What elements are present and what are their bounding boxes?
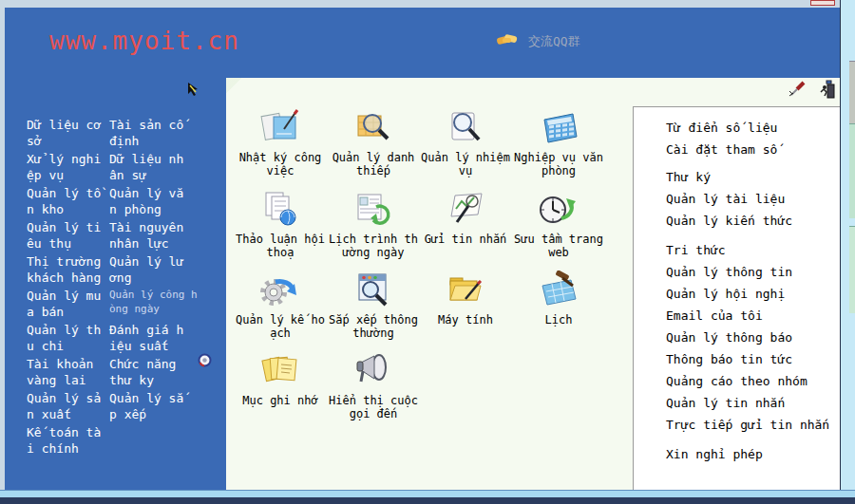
arrow-cursor-icon <box>186 82 201 101</box>
background-window-segment <box>849 123 855 218</box>
menu-item-tri-thuc[interactable]: Tri thức <box>666 243 840 265</box>
exit-door-icon[interactable] <box>819 80 836 103</box>
window-bottom-border <box>0 490 855 497</box>
sidebar-item-quan-ly-sap-xep[interactable]: Quản lý sắ p xếp <box>109 390 221 422</box>
journal-icon <box>234 104 327 148</box>
sidebar-item-tai-san-co-dinh[interactable]: Tài sản cố định <box>109 117 221 149</box>
screen-bottom-edge <box>0 497 855 504</box>
menu-item-truc-tiep-gui-tin-nhan[interactable]: Trực tiếp gửi tin nhắn <box>666 418 840 439</box>
content-panel: Nhật ký công việc Quản lý danh thiếp <box>226 78 840 491</box>
desktop-item-nghiep-vu-van-phong[interactable]: Nghiệp vụ văn phòng <box>512 104 605 177</box>
desktop-item-lich[interactable]: Lịch <box>512 267 605 327</box>
menu-group-knowledge: Tri thức Quản lý thông tin Quản lý hội n… <box>666 243 840 439</box>
desktop-item-quan-ly-danh-thiep[interactable]: Quản lý danh thiếp <box>327 104 420 177</box>
menu-group-secretary: Thư ký Quản lý tài liệu Quản lý kiến thứ… <box>666 170 840 235</box>
sidebar-column-1: Dữ liệu cơ sở Xử lý nghi ệp vụ Quản lý t… <box>27 117 110 458</box>
menu-group-leave: Xin nghỉ phép <box>666 447 840 469</box>
discussion-icon <box>234 186 327 230</box>
desktop-item-quan-ly-ke-hoach[interactable]: Quản lý kế ho ạch <box>234 267 327 340</box>
sidebar-item-quan-ly-van-phong[interactable]: Quản lý vă n phòng <box>109 185 221 217</box>
menu-item-xin-nghi-phep[interactable]: Xin nghỉ phép <box>666 447 840 469</box>
sidebar-item-du-lieu-co-so[interactable]: Dữ liệu cơ sở <box>27 117 110 149</box>
send-message-icon <box>419 186 512 230</box>
desktop-item-quan-ly-nhiem-vu[interactable]: Quản lý nhiệm vụ <box>419 104 512 177</box>
menu-item-thong-bao-tin-tuc[interactable]: Thông báo tin tức <box>666 352 840 374</box>
calculator-icon <box>512 104 605 148</box>
desktop-item-thao-luan-hoi-thoa[interactable]: Thảo luận hội thoạ <box>234 186 327 259</box>
background-window-segment <box>849 61 855 123</box>
sidebar-item-quan-ly-mua-ban[interactable]: Quản lý mu a bán <box>27 288 110 320</box>
desktop-item-label: Sưu tầm trang web <box>512 233 605 259</box>
round-record-icon[interactable] <box>198 353 212 371</box>
site-url-text: www.myoit.cn <box>49 27 239 55</box>
sidebar-item-quan-ly-luong[interactable]: Quản lý lư ơng <box>109 253 221 286</box>
menu-item-quang-cao-theo-nhom[interactable]: Quảng cáo theo nhóm <box>666 374 840 396</box>
desktop-item-label: Hiển thị cuộc gọi đến <box>327 394 420 420</box>
desktop-item-label: Quản lý nhiệm vụ <box>419 151 512 177</box>
desktop-item-label: Máy tính <box>419 313 512 327</box>
desktop-item-label: Sắp xếp thông thường <box>327 313 420 340</box>
menu-item-email-cua-toi[interactable]: Email của tôi <box>666 308 840 330</box>
menu-item-quan-ly-hoi-nghi[interactable]: Quản lý hội nghị <box>666 287 840 308</box>
desktop-item-label: Lịch <box>512 313 605 327</box>
sidebar-item-quan-ly-san-xuat[interactable]: Quản lý sả n xuất <box>27 390 110 422</box>
daily-schedule-icon <box>327 186 420 230</box>
handshake-icon <box>496 31 519 52</box>
sidebar-item-thi-truong-khach-hang[interactable]: Thị trường khách hàng <box>27 253 110 286</box>
sidebar-item-du-lieu-nhan-su[interactable]: Dữ liệu nh ân sự <box>109 151 221 183</box>
screwdriver-icon[interactable] <box>788 81 806 102</box>
calendar-gavel-icon <box>512 267 605 310</box>
sidebar-item-tai-khoan-vang-lai[interactable]: Tài khoản vàng lai <box>27 356 110 388</box>
menu-item-quan-ly-tin-nhan[interactable]: Quản lý tin nhắn <box>666 396 840 418</box>
sidebar-item-quan-ly-thu-chi[interactable]: Quản lý th u chi <box>27 322 110 354</box>
desktop-item-lich-trinh-thuong-ngay[interactable]: Lịch trình th ường ngày <box>327 186 420 259</box>
sidebar-column-2: Tài sản cố định Dữ liệu nh ân sự Quản lý… <box>109 117 221 424</box>
folder-pen-icon <box>419 267 512 310</box>
sidebar-item-quan-ly-ton-kho[interactable]: Quản lý tồ n kho <box>27 185 110 217</box>
menu-item-quan-ly-thong-tin[interactable]: Quản lý thông tin <box>666 265 840 287</box>
desktop-item-label: Thảo luận hội thoạ <box>234 233 327 259</box>
menu-item-thu-ky[interactable]: Thư ký <box>666 170 840 192</box>
task-search-icon <box>419 104 512 148</box>
menu-item-quan-ly-kien-thuc[interactable]: Quản lý kiến thức <box>666 214 840 235</box>
background-window-segment <box>849 226 855 313</box>
desktop-item-label: Nghiệp vụ văn phòng <box>512 151 605 177</box>
sidebar-item-xu-ly-nghiep-vu[interactable]: Xử lý nghi ệp vụ <box>27 151 110 183</box>
plan-icon <box>234 267 327 310</box>
desktop-item-nhat-ky-cong-viec[interactable]: Nhật ký công việc <box>234 104 327 177</box>
toolbar <box>770 80 836 103</box>
menu-item-cai-dat-tham-so[interactable]: Cài đặt tham số <box>666 142 840 164</box>
desktop-item-sap-xep-thong-thuong[interactable]: Sắp xếp thông thường <box>327 267 420 340</box>
desktop-item-label: Quản lý kế ho ạch <box>234 313 327 340</box>
screen: www.myoit.cn 交流QQ群 Dữ liệu cơ sở Xử lý n… <box>0 0 855 504</box>
background-window-edge <box>840 0 855 504</box>
desktop-item-may-tinh[interactable]: Máy tính <box>419 267 512 327</box>
desktop-item-label: Lịch trình th ường ngày <box>327 233 420 259</box>
sidebar-item-quan-ly-cong-hang-ngay[interactable]: Quản lý công h òng ngày <box>109 288 221 320</box>
menu-item-quan-ly-thong-bao[interactable]: Quản lý thông báo <box>666 330 840 352</box>
menu-group-settings: Từ điển số liệu Cài đặt tham số <box>666 121 840 164</box>
desktop-item-gui-tin-nhan[interactable]: Gửi tin nhắn <box>419 186 512 246</box>
desktop-item-muc-ghi-nho[interactable]: Mục ghi nhớ <box>234 347 327 407</box>
desktop-item-label: Gửi tin nhắn <box>419 233 512 246</box>
megaphone-icon <box>327 347 420 391</box>
card-search-icon <box>327 104 420 148</box>
menu-item-quan-ly-tai-lieu[interactable]: Quản lý tài liệu <box>666 192 840 214</box>
desktop-item-label: Nhật ký công việc <box>234 151 327 177</box>
desktop-item-label: Quản lý danh thiếp <box>327 151 420 177</box>
desktop-item-hien-thi-cuoc-goi-den[interactable]: Hiển thị cuộc gọi đến <box>327 347 420 420</box>
main-window: www.myoit.cn 交流QQ群 Dữ liệu cơ sở Xử lý n… <box>5 8 840 491</box>
menu-item-tu-dien-so-lieu[interactable]: Từ điển số liệu <box>666 121 840 142</box>
sidebar-item-danh-gia-hieu-suat[interactable]: Đánh giá h iệu suất <box>109 322 221 354</box>
right-menu-panel: Từ điển số liệu Cài đặt tham số Thư ký Q… <box>633 106 840 491</box>
sidebar-item-quan-ly-tieu-thu[interactable]: Quản lý ti êu thụ <box>27 219 110 252</box>
desktop-item-suu-tam-trang-web[interactable]: Sưu tầm trang web <box>512 186 605 259</box>
sort-window-icon <box>327 267 420 310</box>
sidebar-item-ke-toan-tai-chinh[interactable]: Kế toán tà i chính <box>27 424 110 457</box>
web-collect-icon <box>512 186 605 230</box>
qq-group-label: 交流QQ群 <box>528 33 580 50</box>
qq-group-link[interactable]: 交流QQ群 <box>496 31 580 52</box>
background-close-button <box>810 0 835 6</box>
sidebar-item-tai-nguyen-nhan-luc[interactable]: Tài nguyên nhân lực <box>109 219 221 252</box>
memo-icon <box>234 347 327 391</box>
